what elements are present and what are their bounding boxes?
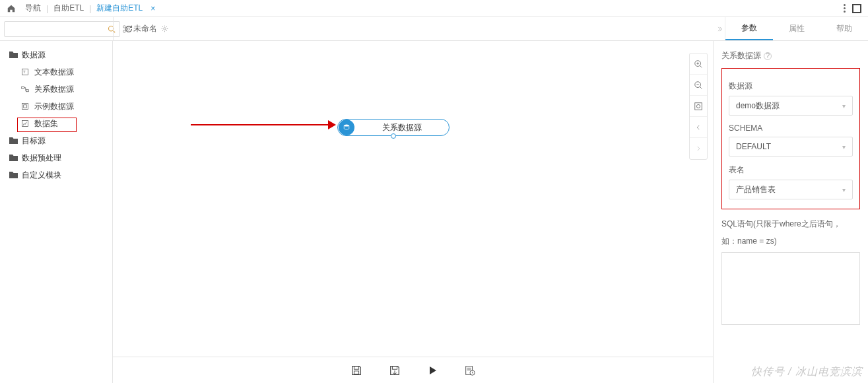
tree-label: 数据源 [22, 50, 46, 61]
folder-icon [9, 137, 18, 144]
canvas-toolbar [689, 53, 708, 160]
text-ds-icon: T [21, 68, 30, 76]
svg-rect-24 [354, 370, 358, 374]
tree-label: 自定义模块 [22, 170, 61, 181]
sql-label-1: SQL语句(只限于where之后语句， [721, 217, 860, 232]
sample-ds-icon [21, 102, 30, 110]
svg-point-22 [696, 104, 700, 108]
breadcrumb-level2[interactable]: 新建自助ETL [91, 3, 148, 14]
chevron-down-icon: ▾ [842, 186, 846, 193]
search-input-wrap[interactable] [4, 21, 120, 37]
chevron-right-icon[interactable] [690, 138, 707, 159]
maximize-icon[interactable] [852, 4, 861, 13]
chevron-down-icon: ▾ [842, 102, 846, 110]
tree-group-preprocess[interactable]: 数据预处理 [0, 149, 112, 166]
tree-item-sample-ds[interactable]: 示例数据源 [0, 98, 112, 115]
svg-line-15 [700, 65, 702, 67]
tree-group-custom[interactable]: 自定义模块 [0, 166, 112, 184]
node-label: 关系数据源 [354, 122, 449, 133]
sidebar: 数据源 T 文本数据源 关系数据源 示例数据源 数据集 [0, 41, 113, 383]
tab-params[interactable]: 参数 [725, 17, 773, 40]
doc-icon [121, 24, 131, 34]
tab-help[interactable]: 帮助 [820, 17, 868, 40]
zoom-fit-icon[interactable] [690, 96, 707, 117]
tree-label: 关系数据源 [34, 84, 74, 95]
tree-label: 目标源 [22, 135, 46, 147]
node-relation-ds[interactable]: 关系数据源 [337, 119, 450, 136]
tree-group-target[interactable]: 目标源 [0, 132, 112, 149]
schedule-icon[interactable] [464, 365, 476, 376]
select-schema[interactable]: DEFAULT ▾ [729, 137, 853, 157]
tree-label: 文本数据源 [34, 67, 74, 78]
select-value: demo数据源 [736, 100, 780, 112]
field-label-datasource: 数据源 [729, 81, 853, 92]
canvas[interactable]: 关系数据源 [113, 41, 713, 357]
tree-label: 数据集 [34, 118, 58, 129]
home-icon[interactable] [7, 4, 16, 13]
svg-rect-11 [24, 105, 27, 108]
svg-line-19 [700, 87, 702, 88]
svg-rect-12 [22, 121, 28, 127]
section-title: 关系数据源 ? [721, 50, 860, 61]
tab-props[interactable]: 属性 [773, 17, 820, 40]
help-icon[interactable]: ? [764, 52, 772, 60]
folder-icon [9, 52, 18, 58]
folder-icon [9, 155, 18, 161]
dataset-icon [21, 120, 30, 127]
more-menu-icon[interactable] [844, 4, 846, 13]
select-value: 产品销售表 [736, 184, 776, 195]
annotation-highlight-box-2: 数据源 demo数据源 ▾ SCHEMA DEFAULT ▾ 表名 产品销售表 … [721, 68, 860, 209]
doc-title: 未命名 [133, 23, 157, 34]
sql-label-2: 如：name = zs) [721, 234, 860, 249]
bottom-toolbar [113, 357, 713, 383]
svg-point-2 [123, 25, 126, 28]
tree-item-dataset[interactable]: 数据集 [0, 115, 112, 132]
svg-text:T: T [23, 70, 26, 74]
tree-item-text-ds[interactable]: T 文本数据源 [0, 63, 112, 81]
svg-rect-9 [26, 90, 29, 92]
node-output-port[interactable] [391, 133, 396, 139]
node-badge-icon [339, 120, 354, 135]
annotation-arrow-head [328, 120, 336, 129]
select-table[interactable]: 产品销售表 ▾ [729, 180, 853, 199]
sql-textarea[interactable] [721, 252, 860, 325]
save-as-icon[interactable] [389, 365, 401, 376]
tree-item-relation-ds[interactable]: 关系数据源 [0, 81, 112, 98]
search-input[interactable] [9, 24, 108, 34]
annotation-arrow [191, 124, 329, 125]
field-label-table: 表名 [729, 164, 853, 176]
svg-point-5 [164, 28, 166, 30]
svg-point-3 [123, 30, 126, 32]
tree-label: 示例数据源 [34, 101, 74, 112]
close-tab-icon[interactable]: × [150, 4, 155, 13]
zoom-out-icon[interactable] [690, 75, 707, 96]
svg-rect-10 [22, 104, 28, 110]
run-icon[interactable] [427, 365, 438, 376]
gear-icon[interactable] [161, 25, 168, 32]
tree-group-datasource[interactable]: 数据源 [0, 46, 112, 63]
svg-rect-21 [695, 102, 702, 110]
svg-point-13 [344, 125, 349, 127]
chevron-left-icon[interactable] [690, 117, 707, 138]
tree-label: 数据预处理 [22, 153, 61, 164]
select-datasource[interactable]: demo数据源 ▾ [729, 96, 853, 116]
relation-ds-icon [21, 85, 30, 93]
zoom-in-icon[interactable] [690, 53, 707, 75]
folder-icon [9, 172, 18, 178]
svg-rect-8 [22, 87, 24, 88]
breadcrumb-home[interactable]: 导航 [20, 3, 46, 14]
panel-collapse-icon[interactable] [714, 17, 725, 40]
field-label-schema: SCHEMA [729, 123, 853, 133]
select-value: DEFAULT [736, 142, 771, 151]
breadcrumb-level1[interactable]: 自助ETL [48, 3, 89, 14]
section-title-text: 关系数据源 [721, 50, 761, 61]
svg-rect-25 [392, 366, 397, 369]
svg-rect-23 [354, 366, 358, 369]
save-icon[interactable] [351, 365, 362, 376]
chevron-down-icon: ▾ [842, 143, 846, 151]
